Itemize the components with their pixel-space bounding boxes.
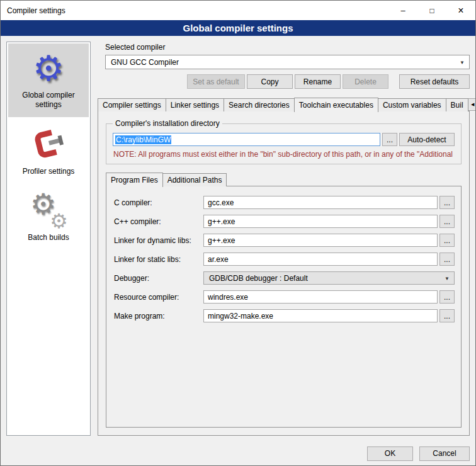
program-files-tabstrip: Program Files Additional Paths [106,173,464,186]
field-label: Linker for static libs: [114,255,203,264]
install-dir-row: C:\raylib\MinGW ... Auto-detect [113,133,455,146]
static-libs-linker-input[interactable] [203,253,438,266]
debugger-value: GDB/CDB debugger : Default [209,274,308,283]
titlebar[interactable]: Compiler settings – □ × [1,1,475,20]
program-files-panel: C compiler: ... C++ compiler: ... Linker… [106,186,462,428]
dialog-footer: OK Cancel [1,441,475,465]
install-dir-value: C:\raylib\MinGW [115,135,171,144]
ok-button[interactable]: OK [367,446,413,461]
selected-compiler-label: Selected compiler [105,43,470,52]
tab-additional-paths[interactable]: Additional Paths [162,173,227,186]
field-label: Linker for dynamic libs: [114,236,203,245]
window-controls: – □ × [388,1,475,20]
install-dir-input[interactable]: C:\raylib\MinGW [113,133,380,146]
browse-button[interactable]: ... [439,290,455,304]
field-row-resource-compiler: Resource compiler: ... [114,290,455,304]
debugger-select[interactable]: GDB/CDB debugger : Default ▼ [203,271,455,285]
resource-compiler-input[interactable] [203,290,438,304]
field-label: Make program: [114,312,203,321]
toolchain-executables-panel: Compiler's installation directory C:\ray… [98,111,470,436]
field-label: C++ compiler: [114,217,203,226]
set-as-default-button[interactable]: Set as default [187,74,245,89]
field-label: Resource compiler: [114,293,203,302]
tab-scroll-arrows: ◀ ▶ [468,98,476,111]
field-row-dynamic-linker: Linker for dynamic libs: ... [114,234,455,247]
make-program-input[interactable] [203,309,438,322]
field-row-cpp-compiler: C++ compiler: ... [114,215,455,228]
field-row-c-compiler: C compiler: ... [114,196,455,209]
autodetect-button[interactable]: Auto-detect [399,133,455,146]
browse-button[interactable]: ... [439,309,455,322]
cancel-button[interactable]: Cancel [419,446,470,461]
profiler-clamp-icon [31,127,65,162]
sidebar-item-label: Profiler settings [23,167,75,176]
scroll-left-icon[interactable]: ◀ [468,98,476,111]
c-compiler-input[interactable] [203,196,438,209]
sidebar-item-label: Global compiler settings [9,91,88,110]
sidebar-item-profiler-settings[interactable]: Profiler settings [8,119,89,184]
tab-build-options-clipped[interactable]: Buil [446,98,468,111]
dialog-body: ⚙ Global compiler settings Profiler sett… [1,36,475,441]
tab-program-files[interactable]: Program Files [106,173,163,187]
tab-custom-variables[interactable]: Custom variables [378,98,446,111]
sidebar-item-label: Batch builds [28,233,69,242]
chevron-down-icon: ▼ [445,275,450,281]
main-tabstrip: Compiler settings Linker settings Search… [98,98,470,111]
browse-button[interactable]: ... [439,234,455,247]
tab-search-directories[interactable]: Search directories [224,98,295,111]
compiler-settings-dialog: Compiler settings – □ × Global compiler … [0,0,476,466]
reset-defaults-button[interactable]: Reset defaults [399,74,470,89]
install-dir-browse-button[interactable]: ... [382,133,397,146]
install-dir-group-title: Compiler's installation directory [113,119,222,128]
compiler-buttons-row: Set as default Copy Rename Delete Reset … [98,74,470,89]
gray-gears-icon: ⚙ ⚙ [30,193,67,229]
blue-gear-icon: ⚙ [33,51,64,86]
selected-compiler-value: GNU GCC Compiler [111,58,179,67]
copy-button[interactable]: Copy [247,74,293,89]
cpp-compiler-input[interactable] [203,215,438,228]
settings-content: Selected compiler GNU GCC Compiler ▼ Set… [98,42,470,436]
field-label: Debugger: [114,274,203,283]
field-label: C compiler: [114,198,203,207]
page-title: Global compiler settings [1,20,475,36]
rename-button[interactable]: Rename [295,74,341,89]
tab-compiler-settings[interactable]: Compiler settings [98,98,166,111]
window-title: Compiler settings [7,6,65,15]
minimize-button[interactable]: – [388,1,417,20]
note-text: NOTE: All programs must exist either in … [113,150,455,159]
sidebar-item-global-compiler-settings[interactable]: ⚙ Global compiler settings [8,43,89,117]
settings-category-list: ⚙ Global compiler settings Profiler sett… [6,42,91,436]
browse-button[interactable]: ... [439,196,455,209]
browse-button[interactable]: ... [439,253,455,266]
browse-button[interactable]: ... [439,215,455,228]
close-button[interactable]: × [446,1,475,20]
tab-linker-settings[interactable]: Linker settings [166,98,224,111]
dynamic-libs-linker-input[interactable] [203,234,438,247]
chevron-down-icon: ▼ [460,59,465,65]
field-row-static-linker: Linker for static libs: ... [114,253,455,266]
delete-button[interactable]: Delete [343,74,388,89]
sidebar-item-batch-builds[interactable]: ⚙ ⚙ Batch builds [8,186,89,250]
install-dir-group: Compiler's installation directory C:\ray… [106,119,462,164]
maximize-button[interactable]: □ [417,1,446,20]
field-row-make-program: Make program: ... [114,309,455,322]
tab-toolchain-executables[interactable]: Toolchain executables [294,98,378,112]
field-row-debugger: Debugger: GDB/CDB debugger : Default ▼ [114,271,455,285]
selected-compiler-select[interactable]: GNU GCC Compiler ▼ [105,55,470,69]
